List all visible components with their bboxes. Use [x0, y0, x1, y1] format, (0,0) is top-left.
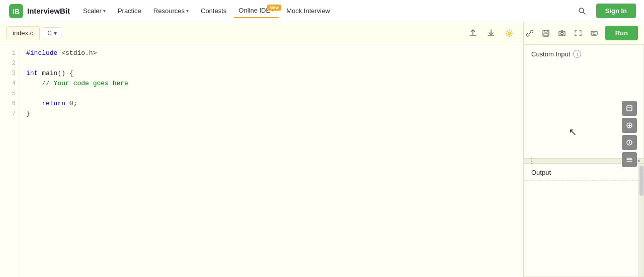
side-icon-1	[626, 105, 633, 112]
nav-item-mock-interview[interactable]: Mock Interview	[281, 4, 335, 18]
svg-point-23	[629, 141, 630, 142]
save-icon	[542, 30, 549, 37]
nav-item-online-ide[interactable]: Online IDE ▾ New	[233, 4, 279, 18]
chevron-icon-resources: ▾	[186, 8, 189, 14]
line-num-5: 5	[0, 89, 20, 99]
line-num-4: 4	[0, 79, 20, 89]
nav-label-contests: Contests	[201, 7, 226, 15]
nav-item-scaler[interactable]: Scaler ▾	[78, 4, 111, 18]
nav-label-practice: Practice	[118, 7, 141, 15]
camera-icon	[558, 30, 566, 37]
keyboard-icon	[591, 30, 598, 37]
screenshot-button[interactable]	[555, 26, 569, 40]
save-button[interactable]	[539, 26, 553, 40]
logo-text: InterviewBit	[27, 7, 70, 15]
link-button[interactable]	[523, 26, 537, 40]
svg-point-9	[560, 32, 563, 35]
line-num-7: 7	[0, 109, 20, 119]
logo[interactable]: IB InterviewBit	[8, 3, 70, 19]
run-bar: Run	[524, 22, 644, 44]
nav-item-resources[interactable]: Resources ▾	[148, 4, 194, 18]
download-icon	[487, 29, 495, 37]
side-btn-2[interactable]	[622, 118, 637, 133]
code-area[interactable]: 1 2 3 4 5 6 7 #include <stdio.h> int mai…	[0, 44, 523, 277]
download-button[interactable]	[484, 26, 499, 41]
svg-text:IB: IB	[13, 8, 20, 16]
language-label: C	[47, 30, 52, 37]
keyboard-button[interactable]	[587, 26, 601, 40]
line-num-2: 2	[0, 58, 20, 68]
line-num-6: 6	[0, 99, 20, 109]
side-icon-2	[626, 122, 633, 129]
svg-rect-7	[544, 33, 548, 36]
settings-icon	[505, 29, 513, 37]
main-container: index.c C ▾	[0, 22, 644, 277]
line-num-3: 3	[0, 68, 20, 79]
navbar: IB InterviewBit Scaler ▾ Practice Resour…	[0, 0, 644, 22]
nav-item-practice[interactable]: Practice	[113, 4, 146, 18]
nav-label-scaler: Scaler	[83, 7, 102, 15]
link-icon	[526, 30, 533, 37]
signin-button[interactable]: Sign In	[596, 4, 636, 18]
svg-rect-8	[559, 31, 565, 36]
search-icon	[578, 7, 586, 15]
side-btn-4[interactable]	[622, 152, 637, 167]
output-section: Output	[524, 164, 644, 278]
custom-input-header: Custom Input i	[524, 45, 643, 62]
chevron-icon-scaler: ▾	[103, 8, 106, 14]
side-btn-3[interactable]	[622, 135, 637, 150]
output-scrollbar-thumb	[639, 166, 643, 196]
floating-side-buttons	[622, 101, 637, 167]
search-button[interactable]	[574, 3, 590, 19]
side-icon-3	[626, 139, 633, 146]
nav-label-online-ide: Online IDE	[238, 7, 270, 14]
info-icon[interactable]: i	[573, 50, 581, 58]
resize-dot-3	[637, 160, 640, 162]
language-chevron-icon: ▾	[54, 30, 57, 37]
line-numbers: 1 2 3 4 5 6 7	[0, 44, 20, 277]
editor-toolbar: index.c C ▾	[0, 22, 523, 44]
code-content[interactable]: #include <stdio.h> int main() { // Your …	[20, 44, 523, 277]
language-selector[interactable]: C ▾	[43, 27, 61, 39]
right-toolbar-icons	[523, 26, 601, 40]
fullscreen-icon	[575, 30, 582, 37]
side-btn-1[interactable]	[622, 101, 637, 116]
nav-item-contests[interactable]: Contests	[196, 4, 231, 18]
upload-icon	[469, 29, 477, 37]
editor-panel: index.c C ▾	[0, 22, 523, 277]
new-badge: New	[267, 5, 282, 11]
tab-index-c[interactable]: index.c	[6, 26, 40, 40]
svg-point-4	[508, 32, 511, 34]
svg-line-3	[583, 12, 585, 14]
custom-input-label: Custom Input	[531, 50, 570, 58]
nav-label-resources: Resources	[153, 7, 185, 15]
line-num-1: 1	[0, 48, 20, 58]
tab-label-index-c: index.c	[13, 29, 33, 37]
side-icon-4	[626, 156, 633, 163]
svg-rect-16	[627, 106, 632, 111]
upload-button[interactable]	[465, 26, 480, 41]
settings-button[interactable]	[502, 26, 517, 41]
run-button[interactable]: Run	[605, 26, 638, 40]
logo-icon: IB	[8, 3, 24, 19]
nav-label-mock-interview: Mock Interview	[286, 7, 330, 15]
output-scrollbar[interactable]	[638, 164, 643, 277]
fullscreen-button[interactable]	[571, 26, 585, 40]
